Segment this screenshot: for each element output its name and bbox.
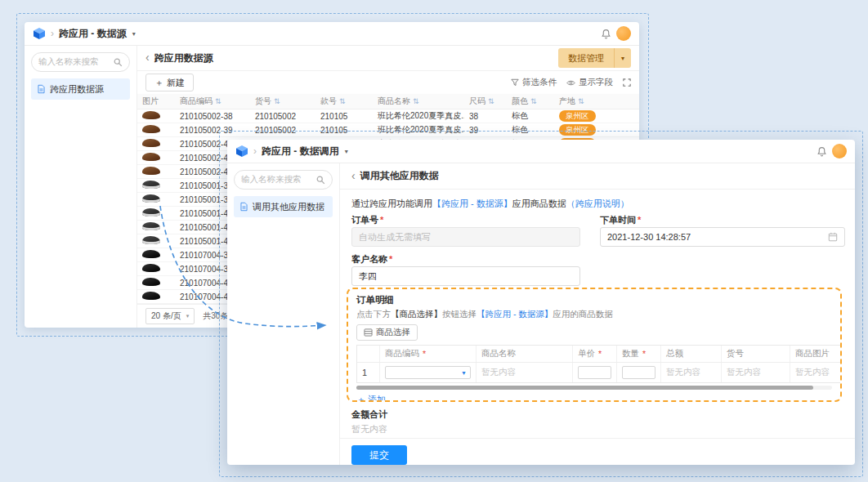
detail-table: 商品编码*商品名称单价*数量*总额货号商品图片 1▼暂无内容暂无内容暂无内容暂无… [356,345,842,383]
chevron-down-icon[interactable]: ▼ [461,370,467,376]
column-label: 总额 [666,348,683,359]
unit-price-input[interactable] [573,363,617,382]
column-header-6[interactable]: 颜色⇅ [507,96,554,107]
page-title: 调用其他应用数据 [360,169,439,183]
product-code-select[interactable]: ▼ [380,363,477,382]
back-icon[interactable]: ‹ [145,51,150,63]
detail-column-header-3: 数量* [617,346,661,362]
product-image [142,222,160,230]
sort-icon[interactable]: ⇅ [530,97,537,105]
chevron-down-icon[interactable]: ▾ [614,48,631,68]
filter-button[interactable]: 筛选条件 [511,77,557,88]
quantity-input[interactable] [617,363,661,382]
product-image-cell [137,236,175,246]
sort-icon[interactable]: ⇅ [215,97,221,105]
app-logo-icon [33,27,46,40]
required-star: * [423,349,426,359]
style-no-cell: 210105 [315,112,373,121]
chevron-down-icon: ▾ [345,148,348,155]
notification-bell-icon[interactable] [817,146,827,157]
detail-column-header-0: 商品编码* [380,346,477,362]
avatar[interactable] [616,26,631,41]
quantity-input[interactable] [622,366,655,379]
window2-page-title-row: ‹ 调用其他应用数据 [340,163,855,190]
notification-bell-icon[interactable] [601,29,611,39]
products-table-header: 图片商品编码⇅货号⇅款号⇅商品名称⇅尺码⇅颜色⇅产地⇅ [137,94,639,109]
submit-bar: 提交 [340,438,855,465]
order-time-value: 2021-12-30 14:28:57 [607,232,691,242]
calendar-icon[interactable] [828,232,838,242]
app-title[interactable]: 跨应用 - 数据源 [59,27,127,41]
data-manage-button[interactable]: 数据管理 ▾ [558,48,631,68]
add-row-button[interactable]: ＋ 添加 [356,394,386,402]
product-image-cell [137,111,175,121]
horizontal-scrollbar[interactable] [356,386,832,390]
avatar[interactable] [832,144,847,158]
sidebar-item-datasource[interactable]: 跨应用数据源 [31,78,130,100]
origin-badge-cell: 泉州区 [554,110,639,121]
link-datasource-app[interactable]: 【跨应用 - 数据源】 [432,199,512,208]
product-select-button[interactable]: 商品选择 [356,324,418,341]
link-cross-app-help[interactable]: （跨应用说明） [566,199,629,208]
detail-table-row[interactable]: 1▼暂无内容暂无内容暂无内容暂无内容 [357,363,842,382]
sort-icon[interactable]: ⇅ [274,97,280,105]
column-header-3[interactable]: 款号⇅ [315,96,373,107]
plus-icon: ＋ [154,77,163,89]
column-header-1[interactable]: 商品编码⇅ [175,96,250,107]
display-fields-button[interactable]: 显示字段 [566,77,613,88]
window1-header: › 跨应用 - 数据源 ▾ [25,22,639,46]
order-detail-title: 订单明细 [356,294,832,306]
sort-icon[interactable]: ⇅ [488,97,494,105]
back-icon[interactable]: ‹ [351,170,356,181]
new-record-button[interactable]: ＋ 新建 [145,74,194,91]
submit-button[interactable]: 提交 [351,445,407,465]
order-time-input[interactable]: 2021-12-30 14:28:57 [600,227,845,247]
add-row-label: 添加 [368,394,386,402]
sort-icon[interactable]: ⇅ [339,97,346,105]
search-input[interactable]: 输入名称来搜索 [234,170,333,190]
empty-placeholder: 暂无内容 [666,367,700,378]
sidebar-item-call-data[interactable]: 调用其他应用数据 [234,196,333,217]
link-datasource-app[interactable]: 【跨应用 - 数据源】 [477,309,553,319]
product-image [142,125,160,133]
total-amount-cell: 暂无内容 [661,363,722,382]
intro-part: 应用商品数据 [512,199,566,208]
page-size-select[interactable]: 20 条/页 ▾ [145,308,195,324]
app-title[interactable]: 跨应用 - 数据调用 [262,145,339,158]
column-header-4[interactable]: 商品名称⇅ [373,96,464,107]
table-row[interactable]: 210105002-38210105002210105班比希伦2020夏季真皮.… [137,109,639,123]
customer-input[interactable]: 李四 [351,266,580,286]
product-image-cell [137,125,175,135]
search-input[interactable]: 输入名称来搜索 [31,52,130,72]
product-image-cell [137,292,175,301]
detail-column-header-1: 商品名称 [477,346,573,362]
scrollbar-thumb[interactable] [356,386,813,390]
product-image [142,278,160,286]
product-image [142,264,160,272]
customer-label: 客户名称* [351,253,392,266]
column-label: 货号 [727,348,744,359]
detail-table-header: 商品编码*商品名称单价*数量*总额货号商品图片 [357,346,842,363]
row-index-header [357,346,380,362]
data-manage-label: 数据管理 [558,48,614,68]
plus-icon: ＋ [356,394,365,402]
app-logo-icon [235,145,248,158]
product-image [142,181,160,189]
sort-icon[interactable]: ⇅ [413,97,419,105]
form-doc-icon [239,202,248,212]
sort-icon[interactable]: ⇅ [578,97,584,105]
fullscreen-icon[interactable] [623,78,631,87]
customer-value: 李四 [359,270,377,283]
product-code-combobox[interactable]: ▼ [385,366,471,379]
product-image [142,194,160,203]
column-header-5[interactable]: 尺码⇅ [464,96,507,107]
unit-price-input[interactable] [578,366,611,379]
column-header-7[interactable]: 产地⇅ [554,96,639,107]
product-code-cell: 210105002-38 [175,112,250,121]
product-image-cell [137,208,175,218]
origin-badge: 泉州区 [559,110,596,121]
column-header-2[interactable]: 货号⇅ [250,96,315,107]
product-image [142,111,160,119]
sidebar-item-label: 跨应用数据源 [50,83,104,96]
product-image [142,139,160,147]
